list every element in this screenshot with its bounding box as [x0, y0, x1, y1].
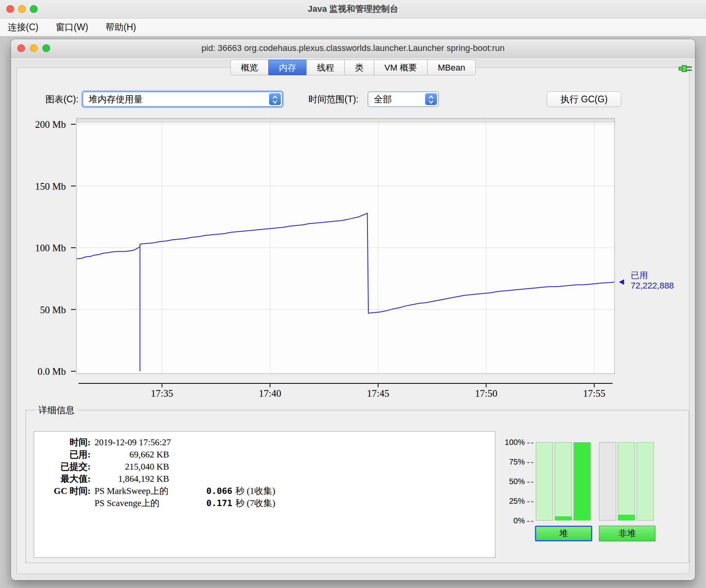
app-window-controls [17, 44, 50, 52]
detail-value: 69,662 KB [95, 448, 169, 461]
os-titlebar: Java 监视和管理控制台 [0, 0, 706, 18]
app-close-button[interactable] [17, 44, 25, 52]
gauge-group-heap [536, 442, 591, 521]
detail-row-used: 已用: 69,662 KB [40, 448, 495, 461]
time-range-stepper-icon [425, 93, 437, 105]
tab-threads[interactable]: 线程 [306, 60, 345, 75]
svg-text:150 Mb: 150 Mb [35, 181, 66, 192]
perform-gc-button[interactable]: 执行 GC(G) [547, 91, 621, 107]
menu-help[interactable]: 帮助(H) [106, 21, 136, 33]
gauge-tick-label: 50% [509, 476, 533, 486]
controls-row: 图表(C): 堆内存使用量 时间范围(T): 全部 [11, 91, 695, 107]
detail-label: GC 时间: [40, 485, 91, 497]
gauge-group-nonheap [599, 442, 654, 521]
detail-value: 1,864,192 KB [95, 473, 169, 485]
gauge-tick-label: 25% [509, 496, 533, 506]
svg-text:17:55: 17:55 [583, 388, 606, 399]
menu-window[interactable]: 窗口(W) [56, 21, 88, 33]
gauge-tick-label: 0% [513, 515, 533, 526]
chart-type-select[interactable]: 堆内存使用量 [82, 91, 283, 107]
detail-label: 已用: [40, 448, 91, 461]
svg-text:17:50: 17:50 [475, 388, 497, 399]
detail-row-committed: 已提交: 215,040 KB [40, 461, 495, 473]
tab-vm-summary[interactable]: VM 概要 [374, 60, 428, 75]
tab-mbean[interactable]: MBean [427, 60, 476, 75]
gauge-scale: 100%75%50%25%0% [497, 439, 533, 529]
app-minimize-button[interactable] [30, 44, 38, 52]
memory-pool-bar[interactable] [599, 442, 616, 521]
gc-pool-name: PS MarkSweep上的 [95, 485, 206, 497]
app-zoom-button[interactable] [42, 44, 50, 52]
detail-row-time: 时间: 2019-12-09 17:56:27 [40, 436, 495, 448]
app-window-title: pid: 36663 org.codehaus.plexus.classworl… [66, 39, 640, 57]
connection-plug-icon[interactable] [678, 63, 693, 74]
heap-usage-chart: 0.0 Mb50 Mb100 Mb150 Mb200 Mb17:3517:401… [24, 114, 695, 400]
tab-classes[interactable]: 类 [344, 60, 374, 75]
screen: Java 监视和管理控制台 连接(C) 窗口(W) 帮助(H) pid: 366… [0, 0, 706, 588]
memory-pool-bar[interactable] [573, 442, 591, 521]
nonheap-button[interactable]: 非堆 [599, 526, 655, 541]
svg-text:200 Mb: 200 Mb [35, 119, 66, 130]
svg-text:72,222,888: 72,222,888 [631, 281, 674, 290]
svg-text:100 Mb: 100 Mb [35, 243, 66, 253]
detail-row-gc-marksweep: GC 时间: PS MarkSweep上的 0.066 秒 (1收集) [40, 485, 495, 497]
memory-pool-bar[interactable] [536, 442, 553, 521]
gc-pool-name: PS Scavenge上的 [95, 497, 206, 509]
gc-time-value: 0.066 [206, 485, 232, 497]
detail-row-max: 最大值: 1,864,192 KB [40, 473, 495, 485]
time-range-label: 时间范围(T): [304, 91, 358, 107]
gauge-tick-label: 75% [509, 457, 533, 467]
detail-label: 最大值: [40, 473, 91, 485]
svg-text:已用: 已用 [631, 270, 648, 280]
details-box: 时间: 2019-12-09 17:56:27 已用: 69,662 KB 已提… [34, 431, 495, 558]
detail-label [40, 497, 91, 509]
memory-pool-bar[interactable] [618, 442, 635, 521]
menu-connect[interactable]: 连接(C) [8, 21, 38, 33]
tab-overview[interactable]: 概览 [230, 60, 269, 75]
svg-text:50 Mb: 50 Mb [40, 305, 66, 315]
gc-time-value: 0.171 [206, 497, 232, 509]
app-titlebar: pid: 36663 org.codehaus.plexus.classworl… [11, 39, 695, 58]
time-range-select[interactable]: 全部 [368, 91, 439, 107]
details-legend: 详细信息 [35, 404, 78, 416]
svg-text:17:45: 17:45 [367, 388, 389, 399]
os-window-title: Java 监视和管理控制台 [0, 0, 706, 18]
heap-button[interactable]: 堆 [535, 526, 592, 541]
detail-label: 已提交: [40, 461, 91, 473]
time-range-value: 全部 [374, 92, 392, 106]
menubar: 连接(C) 窗口(W) 帮助(H) [0, 18, 706, 36]
memory-pool-gauges: 100%75%50%25%0% 堆 非堆 [497, 439, 678, 553]
tab-bar: 概览 内存 线程 类 VM 概要 MBean [230, 60, 476, 75]
app-window: pid: 36663 org.codehaus.plexus.classworl… [11, 39, 695, 580]
memory-pool-bar[interactable] [637, 442, 654, 521]
chart-select-label: 图表(C): [27, 91, 78, 107]
chart-type-stepper-icon [269, 93, 281, 105]
chart-type-value: 堆内存使用量 [89, 92, 143, 106]
gauge-tick-label: 100% [505, 437, 533, 447]
detail-label: 时间: [40, 436, 91, 448]
svg-text:17:35: 17:35 [151, 388, 173, 399]
tab-memory[interactable]: 内存 [268, 60, 307, 75]
detail-value: 2019-12-09 17:56:27 [95, 436, 171, 448]
detail-row-gc-scavenge: PS Scavenge上的 0.171 秒 (7收集) [40, 497, 495, 509]
gc-time-unit: 秒 (1收集) [235, 485, 275, 497]
memory-pool-bar[interactable] [555, 442, 572, 521]
detail-value: 215,040 KB [95, 461, 169, 473]
gc-time-unit: 秒 (7收集) [235, 497, 275, 509]
svg-text:17:40: 17:40 [259, 388, 281, 399]
svg-text:0.0 Mb: 0.0 Mb [38, 366, 66, 377]
